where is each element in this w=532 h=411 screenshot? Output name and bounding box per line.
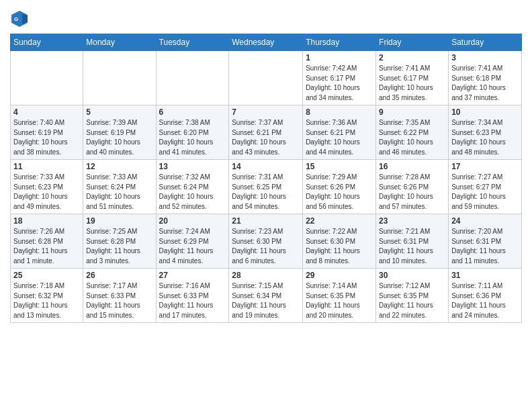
day-number: 29 bbox=[306, 271, 373, 280]
day-number: 8 bbox=[306, 107, 373, 117]
day-number: 24 bbox=[451, 216, 519, 226]
day-info: Sunrise: 7:34 AM Sunset: 6:23 PM Dayligh… bbox=[451, 118, 519, 157]
weekday-header: Tuesday bbox=[156, 34, 229, 51]
day-number: 28 bbox=[232, 271, 300, 280]
day-info: Sunrise: 7:41 AM Sunset: 6:17 PM Dayligh… bbox=[379, 64, 445, 103]
calendar-cell: 4Sunrise: 7:40 AM Sunset: 6:19 PM Daylig… bbox=[11, 105, 83, 160]
day-number: 22 bbox=[306, 216, 373, 226]
day-info: Sunrise: 7:38 AM Sunset: 6:20 PM Dayligh… bbox=[159, 118, 226, 157]
calendar-table: SundayMondayTuesdayWednesdayThursdayFrid… bbox=[10, 34, 522, 323]
day-info: Sunrise: 7:40 AM Sunset: 6:19 PM Dayligh… bbox=[13, 118, 80, 157]
day-info: Sunrise: 7:32 AM Sunset: 6:24 PM Dayligh… bbox=[159, 173, 226, 212]
calendar-cell: 24Sunrise: 7:20 AM Sunset: 6:31 PM Dayli… bbox=[449, 214, 522, 269]
day-number: 26 bbox=[86, 271, 152, 280]
day-info: Sunrise: 7:12 AM Sunset: 6:35 PM Dayligh… bbox=[379, 281, 445, 320]
calendar-cell: 31Sunrise: 7:11 AM Sunset: 6:36 PM Dayli… bbox=[449, 269, 522, 323]
day-info: Sunrise: 7:41 AM Sunset: 6:18 PM Dayligh… bbox=[451, 64, 519, 103]
day-info: Sunrise: 7:18 AM Sunset: 6:32 PM Dayligh… bbox=[13, 281, 80, 320]
day-info: Sunrise: 7:35 AM Sunset: 6:22 PM Dayligh… bbox=[379, 118, 445, 157]
calendar-cell: 8Sunrise: 7:36 AM Sunset: 6:21 PM Daylig… bbox=[303, 105, 376, 160]
day-number: 31 bbox=[451, 271, 519, 280]
day-number: 9 bbox=[379, 107, 445, 117]
day-number: 19 bbox=[86, 216, 152, 226]
day-info: Sunrise: 7:26 AM Sunset: 6:28 PM Dayligh… bbox=[13, 227, 80, 266]
calendar-cell: 9Sunrise: 7:35 AM Sunset: 6:22 PM Daylig… bbox=[376, 105, 449, 160]
day-number: 14 bbox=[232, 162, 300, 171]
calendar-cell: 29Sunrise: 7:14 AM Sunset: 6:35 PM Dayli… bbox=[303, 269, 376, 323]
day-number: 6 bbox=[159, 107, 226, 117]
day-info: Sunrise: 7:23 AM Sunset: 6:30 PM Dayligh… bbox=[232, 227, 300, 266]
day-info: Sunrise: 7:17 AM Sunset: 6:33 PM Dayligh… bbox=[86, 281, 152, 320]
day-number: 16 bbox=[379, 162, 445, 171]
day-number: 20 bbox=[159, 216, 226, 226]
weekday-header: Sunday bbox=[11, 34, 83, 51]
day-info: Sunrise: 7:28 AM Sunset: 6:26 PM Dayligh… bbox=[379, 173, 445, 212]
calendar-cell: 10Sunrise: 7:34 AM Sunset: 6:23 PM Dayli… bbox=[449, 105, 522, 160]
calendar-week-row: 4Sunrise: 7:40 AM Sunset: 6:19 PM Daylig… bbox=[11, 105, 522, 160]
calendar-cell: 15Sunrise: 7:29 AM Sunset: 6:26 PM Dayli… bbox=[303, 160, 376, 214]
weekday-header: Saturday bbox=[449, 34, 522, 51]
svg-text:G: G bbox=[14, 16, 18, 22]
day-number: 13 bbox=[159, 162, 226, 171]
logo-icon: G bbox=[10, 9, 29, 28]
calendar-cell: 28Sunrise: 7:15 AM Sunset: 6:34 PM Dayli… bbox=[229, 269, 303, 323]
calendar-cell: 25Sunrise: 7:18 AM Sunset: 6:32 PM Dayli… bbox=[11, 269, 83, 323]
calendar-cell: 19Sunrise: 7:25 AM Sunset: 6:28 PM Dayli… bbox=[83, 214, 156, 269]
calendar-cell: 2Sunrise: 7:41 AM Sunset: 6:17 PM Daylig… bbox=[376, 51, 449, 105]
calendar-cell: 30Sunrise: 7:12 AM Sunset: 6:35 PM Dayli… bbox=[376, 269, 449, 323]
weekday-header: Wednesday bbox=[229, 34, 303, 51]
day-number: 25 bbox=[13, 271, 80, 280]
weekday-header: Monday bbox=[83, 34, 156, 51]
page-header: G bbox=[10, 7, 522, 28]
day-number: 11 bbox=[13, 162, 80, 171]
calendar-cell: 20Sunrise: 7:24 AM Sunset: 6:29 PM Dayli… bbox=[156, 214, 229, 269]
calendar-cell: 1Sunrise: 7:42 AM Sunset: 6:17 PM Daylig… bbox=[303, 51, 376, 105]
day-info: Sunrise: 7:37 AM Sunset: 6:21 PM Dayligh… bbox=[232, 118, 300, 157]
day-info: Sunrise: 7:29 AM Sunset: 6:26 PM Dayligh… bbox=[306, 173, 373, 212]
day-info: Sunrise: 7:14 AM Sunset: 6:35 PM Dayligh… bbox=[306, 281, 373, 320]
day-number: 3 bbox=[451, 53, 519, 62]
weekday-header: Friday bbox=[376, 34, 449, 51]
calendar-body: 1Sunrise: 7:42 AM Sunset: 6:17 PM Daylig… bbox=[11, 51, 522, 323]
calendar-cell: 18Sunrise: 7:26 AM Sunset: 6:28 PM Dayli… bbox=[11, 214, 83, 269]
day-number: 1 bbox=[306, 53, 373, 62]
calendar-week-row: 18Sunrise: 7:26 AM Sunset: 6:28 PM Dayli… bbox=[11, 214, 522, 269]
day-number: 18 bbox=[13, 216, 80, 226]
day-info: Sunrise: 7:22 AM Sunset: 6:30 PM Dayligh… bbox=[306, 227, 373, 266]
calendar-header: SundayMondayTuesdayWednesdayThursdayFrid… bbox=[11, 34, 522, 51]
calendar-cell: 3Sunrise: 7:41 AM Sunset: 6:18 PM Daylig… bbox=[449, 51, 522, 105]
calendar-cell: 7Sunrise: 7:37 AM Sunset: 6:21 PM Daylig… bbox=[229, 105, 303, 160]
calendar-week-row: 25Sunrise: 7:18 AM Sunset: 6:32 PM Dayli… bbox=[11, 269, 522, 323]
calendar-cell: 26Sunrise: 7:17 AM Sunset: 6:33 PM Dayli… bbox=[83, 269, 156, 323]
calendar-cell bbox=[83, 51, 156, 105]
calendar-cell: 6Sunrise: 7:38 AM Sunset: 6:20 PM Daylig… bbox=[156, 105, 229, 160]
day-number: 12 bbox=[86, 162, 152, 171]
day-number: 10 bbox=[451, 107, 519, 117]
calendar-cell: 21Sunrise: 7:23 AM Sunset: 6:30 PM Dayli… bbox=[229, 214, 303, 269]
day-info: Sunrise: 7:33 AM Sunset: 6:24 PM Dayligh… bbox=[86, 173, 152, 212]
calendar-cell bbox=[156, 51, 229, 105]
calendar-cell: 16Sunrise: 7:28 AM Sunset: 6:26 PM Dayli… bbox=[376, 160, 449, 214]
calendar-cell: 27Sunrise: 7:16 AM Sunset: 6:33 PM Dayli… bbox=[156, 269, 229, 323]
day-number: 15 bbox=[306, 162, 373, 171]
day-info: Sunrise: 7:36 AM Sunset: 6:21 PM Dayligh… bbox=[306, 118, 373, 157]
calendar-week-row: 1Sunrise: 7:42 AM Sunset: 6:17 PM Daylig… bbox=[11, 51, 522, 105]
day-number: 4 bbox=[13, 107, 80, 117]
day-info: Sunrise: 7:42 AM Sunset: 6:17 PM Dayligh… bbox=[306, 64, 373, 103]
day-number: 2 bbox=[379, 53, 445, 62]
calendar-cell bbox=[11, 51, 83, 105]
calendar-cell: 17Sunrise: 7:27 AM Sunset: 6:27 PM Dayli… bbox=[449, 160, 522, 214]
day-info: Sunrise: 7:39 AM Sunset: 6:19 PM Dayligh… bbox=[86, 118, 152, 157]
day-number: 5 bbox=[86, 107, 152, 117]
day-info: Sunrise: 7:33 AM Sunset: 6:23 PM Dayligh… bbox=[13, 173, 80, 212]
calendar-cell: 22Sunrise: 7:22 AM Sunset: 6:30 PM Dayli… bbox=[303, 214, 376, 269]
calendar-week-row: 11Sunrise: 7:33 AM Sunset: 6:23 PM Dayli… bbox=[11, 160, 522, 214]
logo: G bbox=[10, 9, 32, 28]
day-number: 17 bbox=[451, 162, 519, 171]
day-info: Sunrise: 7:16 AM Sunset: 6:33 PM Dayligh… bbox=[159, 281, 226, 320]
day-number: 7 bbox=[232, 107, 300, 117]
calendar-cell: 12Sunrise: 7:33 AM Sunset: 6:24 PM Dayli… bbox=[83, 160, 156, 214]
calendar-cell: 23Sunrise: 7:21 AM Sunset: 6:31 PM Dayli… bbox=[376, 214, 449, 269]
day-info: Sunrise: 7:25 AM Sunset: 6:28 PM Dayligh… bbox=[86, 227, 152, 266]
calendar-cell bbox=[229, 51, 303, 105]
